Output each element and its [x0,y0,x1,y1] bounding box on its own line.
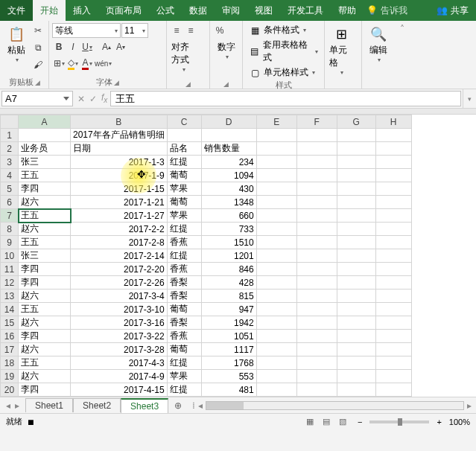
cell[interactable]: 苹果 [167,370,201,383]
chevron-down-icon[interactable] [63,97,69,100]
cell[interactable] [337,156,375,169]
align-top-icon[interactable]: ≡ [170,23,183,38]
sheet-tab-sheet1[interactable]: Sheet1 [25,398,73,412]
borders-button[interactable]: ⊞▾ [52,56,66,71]
cell[interactable] [337,343,375,356]
row-header[interactable]: 5 [1,182,19,196]
name-box[interactable]: A7 [1,91,73,106]
cell[interactable]: 香蕉 [167,263,201,276]
cell[interactable] [256,356,296,370]
cell[interactable] [337,290,375,303]
cell[interactable] [375,249,411,263]
cell[interactable] [296,343,337,356]
cell[interactable]: 赵六 [19,316,71,330]
bold-button[interactable]: B [52,39,66,54]
font-size-combo[interactable]: 11▾ [121,23,148,38]
cell[interactable]: 张三 [19,156,71,169]
font-color-button[interactable]: A▾ [80,56,94,71]
cell[interactable]: 张三 [19,249,71,263]
cell[interactable] [256,316,296,330]
select-all-corner[interactable] [1,115,19,129]
cell[interactable] [375,236,411,249]
cell[interactable]: 846 [201,263,256,276]
cell[interactable] [337,209,375,223]
cell[interactable]: 2017-1-27 [71,209,168,223]
column-header[interactable]: B [71,115,168,129]
cell[interactable] [296,182,337,196]
cell[interactable] [375,156,411,169]
alignment-button[interactable]: 对齐方式 ▾ [170,39,197,74]
column-header[interactable]: E [256,115,296,129]
row-header[interactable]: 15 [1,316,19,330]
cell[interactable] [375,356,411,370]
cell[interactable]: 1348 [201,196,256,209]
cell[interactable]: 赵六 [19,343,71,356]
cell[interactable]: 业务员 [19,142,71,156]
macro-record-icon[interactable]: ⏹ [27,418,35,426]
cell[interactable]: 2017-3-28 [71,343,168,356]
cell[interactable] [375,370,411,383]
cell[interactable]: 428 [201,276,256,290]
cut-button[interactable]: ✂ [31,23,45,38]
row-header[interactable]: 6 [1,196,19,209]
cell[interactable] [256,343,296,356]
cell[interactable] [337,223,375,236]
cell[interactable] [296,356,337,370]
collapse-ribbon-button[interactable]: ˄ [395,21,410,89]
tell-me[interactable]: 💡 告诉我 [366,4,407,17]
cell[interactable]: 香梨 [167,276,201,290]
cell[interactable] [375,276,411,290]
cell[interactable]: 1094 [201,169,256,182]
cell[interactable]: 2017-2-26 [71,276,168,290]
cell[interactable] [375,209,411,223]
cell[interactable]: 947 [201,303,256,316]
cell[interactable]: 红提 [167,249,201,263]
cell[interactable]: 苹果 [167,209,201,223]
cell[interactable] [296,316,337,330]
cell[interactable] [375,330,411,343]
column-header[interactable]: F [296,115,337,129]
cell[interactable]: 葡萄 [167,343,201,356]
cell[interactable]: 赵六 [19,290,71,303]
cell[interactable]: 2017-3-16 [71,316,168,330]
page-layout-view-button[interactable]: ▤ [319,416,334,428]
sheet-nav-prev-icon[interactable]: ◂ [6,400,10,411]
cell[interactable]: 香梨 [167,290,201,303]
tab-home[interactable]: 开始 [33,0,66,21]
cell[interactable] [256,169,296,182]
cell[interactable]: 王五 [19,209,71,223]
cell[interactable] [296,142,337,156]
cell[interactable]: 2017-1-3 [71,156,168,169]
number-format-button[interactable]: 数字 ▾ [213,39,240,62]
cell[interactable] [296,169,337,182]
cell[interactable]: 2017年各产品销售明细 [71,129,168,142]
spreadsheet-grid[interactable]: ABCDEFGH12017年各产品销售明细2业务员日期品名销售数量3张三2017… [0,115,476,397]
row-header[interactable]: 16 [1,330,19,343]
row-header[interactable]: 14 [1,303,19,316]
cell[interactable] [256,209,296,223]
tab-page-layout[interactable]: 页面布局 [98,0,149,21]
cell[interactable]: 2017-4-9 [71,370,168,383]
cell[interactable] [375,129,411,142]
zoom-level-label[interactable]: 100% [449,418,470,426]
cell[interactable]: 1117 [201,343,256,356]
cell[interactable]: 2017-1-15 [71,182,168,196]
cell[interactable]: 苹果 [167,182,201,196]
row-header[interactable]: 19 [1,370,19,383]
cell[interactable]: 2017-4-15 [71,383,168,397]
italic-button[interactable]: I [66,39,80,54]
cell[interactable] [337,196,375,209]
cell[interactable]: 李四 [19,182,71,196]
cell[interactable]: 品名 [167,142,201,156]
row-header[interactable]: 13 [1,290,19,303]
cell[interactable]: 赵六 [19,196,71,209]
cell[interactable]: 2017-2-14 [71,249,168,263]
percent-icon[interactable]: % [213,23,226,38]
cell[interactable]: 733 [201,223,256,236]
cell[interactable]: 葡萄 [167,303,201,316]
cell[interactable] [256,290,296,303]
cell[interactable]: 葡萄 [167,196,201,209]
sheet-tab-sheet2[interactable]: Sheet2 [73,398,121,412]
tab-view[interactable]: 视图 [247,0,280,21]
tab-insert[interactable]: 插入 [66,0,98,21]
